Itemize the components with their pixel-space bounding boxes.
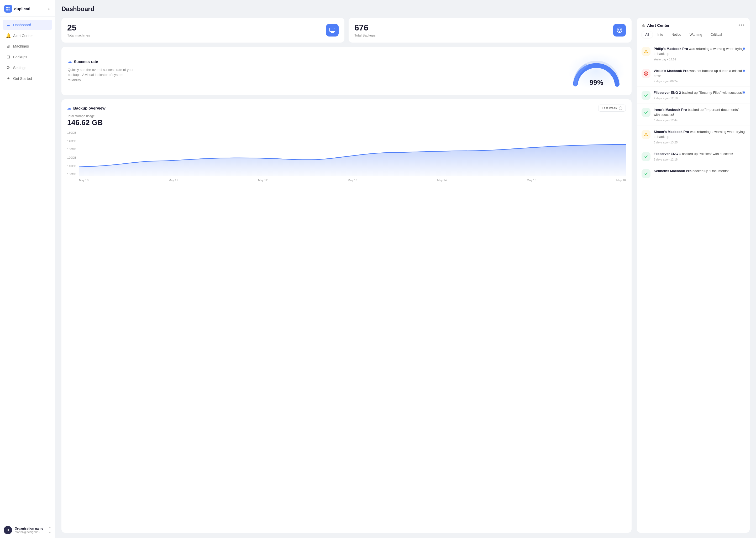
filter-circle-icon — [619, 106, 622, 110]
backups-card: 676 Total Backups — [349, 18, 632, 42]
main-content: Dashboard 25 Total machines — [55, 0, 756, 538]
chart-area — [79, 131, 626, 176]
alert-more-button[interactable]: ••• — [738, 23, 745, 28]
backup-card-header: ☁ Backup overview Last week — [67, 105, 626, 112]
sidebar-item-alert-center[interactable]: 🔔Alert Center — [3, 30, 52, 41]
alert-message: Irene's Macbook Pro backed up "Important… — [654, 107, 745, 117]
nav-label: Get Started — [13, 77, 32, 81]
app-name: duplicati — [14, 7, 30, 11]
alert-content: Kenneths Macbook Pro backed up "Document… — [654, 169, 745, 174]
storage-label: Total storage usage — [67, 114, 626, 118]
alert-content: Fileserver ENG 2 backed up "Security Fil… — [654, 90, 745, 100]
nav-label: Dashboard — [13, 23, 31, 27]
backups-number: 676 — [354, 23, 376, 32]
alert-content: Fileserver ENG 1 backed up "All files" w… — [654, 152, 745, 161]
nav-label: Alert Center — [13, 34, 33, 38]
page-title: Dashboard — [62, 5, 750, 13]
success-title: ☁ Success rate — [68, 59, 136, 64]
y-label: 140GB — [67, 139, 78, 143]
success-desc: Quickly see the overall success rate of … — [68, 67, 136, 83]
svg-point-9 — [646, 52, 646, 53]
x-label: May 12 — [258, 179, 267, 182]
storage-value: 146.62 GB — [67, 119, 626, 127]
chart-y-labels: 150GB140GB130GB120GB110GB100GB — [67, 131, 78, 176]
y-label: 100GB — [67, 173, 78, 176]
alert-critical-icon — [641, 69, 650, 78]
left-panel: 25 Total machines 676 Total Bac — [62, 18, 632, 533]
unread-dot — [743, 70, 745, 72]
sidebar-item-get-started[interactable]: ✦Get Started — [3, 73, 52, 83]
machines-label: Total machines — [67, 33, 90, 37]
alert-item[interactable]: Fileserver ENG 1 backed up "All files" w… — [637, 148, 750, 165]
get-started-icon: ✦ — [6, 76, 11, 81]
alert-time: 3 days ago • 13:25 — [654, 141, 745, 144]
sidebar-item-backups[interactable]: ⊟Backups — [3, 52, 52, 62]
footer-info: Organisation name morten@designdr... — [15, 527, 46, 534]
alert-item[interactable]: Irene's Macbook Pro backed up "Important… — [637, 104, 750, 126]
alert-center-icon: 🔔 — [6, 33, 11, 38]
stat-cards: 25 Total machines 676 Total Bac — [62, 18, 632, 42]
y-label: 130GB — [67, 148, 78, 151]
svg-rect-1 — [8, 7, 10, 8]
x-label: May 10 — [79, 179, 88, 182]
alert-time: 2 days ago • 06:24 — [654, 80, 745, 83]
chart-container: 150GB140GB130GB120GB110GB100GB — [67, 131, 626, 184]
alert-list: Philip's Macbook Pro was returning a war… — [637, 41, 750, 533]
alert-content: Vickis's Macbook Pro was not backed up d… — [654, 69, 745, 83]
alert-message: Fileserver ENG 1 backed up "All files" w… — [654, 152, 745, 157]
svg-rect-0 — [6, 7, 8, 8]
alert-item[interactable]: Philip's Macbook Pro was returning a war… — [637, 43, 750, 65]
filter-tab-info[interactable]: Info — [654, 31, 667, 38]
alert-icon: ⚠ — [641, 23, 645, 28]
nav-label: Settings — [13, 66, 26, 70]
alert-header: ⚠ Alert Center ••• AllInfoNoticeWarningC… — [637, 18, 750, 41]
alert-success-icon — [641, 108, 650, 117]
backups-label: Total Backups — [354, 33, 376, 37]
time-filter-button[interactable]: Last week — [598, 105, 626, 112]
machines-icon — [329, 27, 336, 34]
success-gauge: 99% — [568, 53, 625, 89]
alert-item[interactable]: Vickis's Macbook Pro was not backed up d… — [637, 65, 750, 87]
alert-filter-tabs: AllInfoNoticeWarningCrititcal — [641, 31, 745, 38]
backup-overview-card: ☁ Backup overview Last week Total storag… — [62, 99, 632, 533]
chart-x-labels: May 10May 11May 12May 13May 14May 15May … — [79, 177, 626, 184]
sidebar-footer[interactable]: O Organisation name morten@designdr... ⌃… — [0, 522, 55, 538]
backups-icon: ⊟ — [6, 54, 11, 59]
x-label: May 13 — [348, 179, 357, 182]
backup-icon: ☁ — [67, 106, 71, 111]
collapse-button[interactable]: « — [46, 6, 51, 12]
sidebar-header: duplicati « — [0, 0, 55, 17]
y-label: 150GB — [67, 131, 78, 134]
alert-item[interactable]: Kenneths Macbook Pro backed up "Document… — [637, 165, 750, 182]
alert-warning-icon — [641, 130, 650, 139]
x-label: May 16 — [616, 179, 626, 182]
svg-rect-2 — [6, 9, 8, 11]
filter-tab-all[interactable]: All — [641, 31, 653, 38]
machines-info: 25 Total machines — [67, 23, 90, 37]
machines-icon: 🖥 — [6, 44, 11, 49]
filter-tab-critical[interactable]: Crititcal — [707, 31, 726, 38]
x-label: May 14 — [437, 179, 447, 182]
backups-icon — [616, 27, 623, 34]
alert-item[interactable]: Fileserver ENG 2 backed up "Security Fil… — [637, 87, 750, 104]
backup-card-title: ☁ Backup overview — [67, 106, 106, 111]
alert-message: Kenneths Macbook Pro backed up "Document… — [654, 169, 745, 174]
sidebar-item-settings[interactable]: ⚙Settings — [3, 63, 52, 73]
filter-tab-notice[interactable]: Notice — [668, 31, 685, 38]
content-area: 25 Total machines 676 Total Bac — [55, 13, 756, 538]
sidebar-item-dashboard[interactable]: ☁Dashboard — [3, 20, 52, 30]
filter-tab-warning[interactable]: Warning — [686, 31, 706, 38]
machines-icon-box — [326, 24, 339, 36]
sidebar: duplicati « ☁Dashboard🔔Alert Center🖥Mach… — [0, 0, 55, 538]
backups-icon-box — [613, 24, 626, 36]
svg-rect-3 — [8, 9, 10, 11]
machines-card: 25 Total machines — [62, 18, 344, 42]
alert-success-icon — [641, 91, 650, 100]
success-rate-card: ☁ Success rate Quickly see the overall s… — [62, 47, 632, 95]
alert-message: Philip's Macbook Pro was returning a war… — [654, 46, 745, 56]
sidebar-nav: ☁Dashboard🔔Alert Center🖥Machines⊟Backups… — [0, 17, 55, 522]
alert-item[interactable]: Simon's Macbook Pro was returning a warn… — [637, 126, 750, 148]
sidebar-item-machines[interactable]: 🖥Machines — [3, 41, 52, 51]
logo-icon — [4, 5, 12, 13]
nav-label: Machines — [13, 44, 29, 48]
